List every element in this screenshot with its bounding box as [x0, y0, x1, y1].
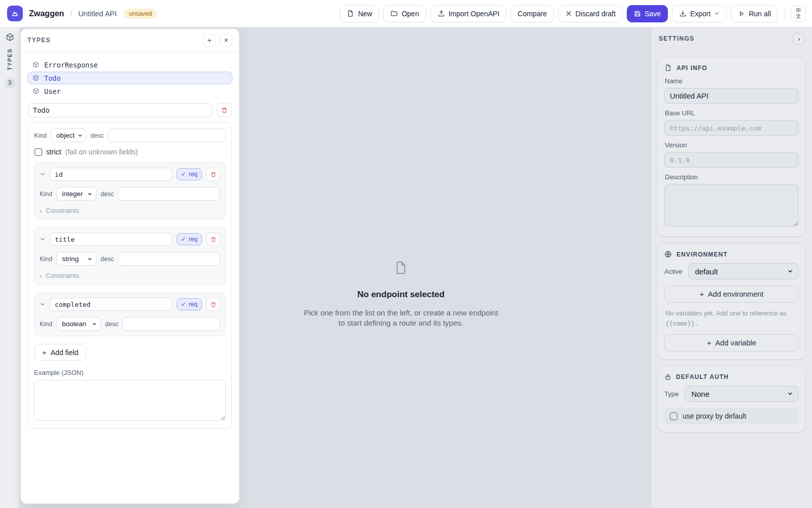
field-kind-select[interactable]: boolean	[56, 317, 101, 331]
open-button-label: Open	[401, 10, 419, 18]
use-proxy-checkbox[interactable]	[670, 412, 678, 420]
default-auth-title-label: DEFAULT AUTH	[676, 373, 729, 380]
settings-panel: SETTINGS › API INFO Name Base URL Versio…	[651, 27, 812, 508]
save-button[interactable]: Save	[627, 5, 668, 22]
left-rail: TYPES 3	[0, 27, 19, 508]
empty-state-description: Pick one from the list on the left, or c…	[249, 308, 553, 328]
delete-field-button[interactable]	[206, 168, 220, 181]
field-kind-row: Kind string desc	[40, 252, 220, 266]
required-toggle[interactable]: ✓ req	[177, 298, 202, 310]
type-name-label: Todo	[44, 74, 61, 82]
export-button[interactable]: Export	[672, 5, 727, 22]
document-title: Untitled API	[78, 10, 117, 18]
topbar-actions: New Open Import OpenAPI Compare Discard …	[340, 5, 806, 22]
delete-field-button[interactable]	[206, 233, 220, 246]
active-environment-select[interactable]: default	[688, 263, 799, 279]
language-glyph-top: 中	[796, 8, 801, 14]
discard-button-label: Discard draft	[576, 10, 616, 18]
kind-label: Kind	[34, 132, 47, 139]
download-icon	[679, 10, 687, 17]
type-name-label: User	[44, 87, 61, 96]
collapse-chevron-icon[interactable]	[40, 171, 46, 177]
version-input[interactable]	[664, 152, 799, 168]
auth-type-select[interactable]: None	[685, 386, 799, 402]
active-env-row: Active default	[664, 263, 799, 279]
field-kind-select[interactable]: string	[56, 252, 96, 266]
desc-label: desc	[90, 132, 104, 139]
file-icon	[347, 10, 354, 17]
plus-icon: +	[207, 36, 211, 44]
types-panel: TYPES + ✕ ErrorResponse Todo User	[20, 28, 240, 504]
chevron-down-icon	[92, 322, 97, 327]
field-name-input[interactable]	[50, 168, 173, 181]
delete-type-button[interactable]	[217, 103, 232, 117]
add-type-button[interactable]: +	[203, 34, 216, 47]
type-kind-row: Kind object desc	[34, 129, 226, 142]
field-kind-row: Kind boolean desc	[40, 317, 220, 331]
field-desc-input[interactable]	[118, 252, 220, 266]
types-panel-title: TYPES	[27, 37, 51, 44]
type-desc-input[interactable]	[108, 129, 226, 142]
required-label: req	[189, 171, 197, 178]
active-label: Active	[664, 268, 682, 275]
base-url-input[interactable]	[664, 120, 799, 136]
kind-label: Kind	[40, 256, 52, 263]
required-label: req	[189, 301, 197, 308]
close-panel-button[interactable]: ✕	[220, 34, 232, 47]
empty-state: No endpoint selected Pick one from the l…	[249, 260, 553, 328]
compare-button-label: Compare	[518, 10, 547, 18]
collapse-chevron-icon[interactable]	[40, 301, 46, 307]
empty-state-title: No endpoint selected	[249, 290, 553, 300]
kind-label: Kind	[40, 321, 52, 328]
field-name-input[interactable]	[50, 233, 173, 246]
description-textarea[interactable]	[664, 184, 799, 227]
delete-field-button[interactable]	[206, 298, 220, 311]
chevron-down-icon	[787, 391, 793, 397]
upload-icon	[437, 10, 445, 17]
field-header: ✓ req	[40, 298, 220, 311]
trash-icon	[210, 236, 217, 243]
empty-desc-line2: to start defining a route and its types.	[249, 318, 553, 328]
default-auth-card-title: DEFAULT AUTH	[664, 373, 799, 380]
required-toggle[interactable]: ✓ req	[177, 168, 202, 180]
new-button-label: New	[358, 10, 372, 18]
globe-icon	[664, 250, 672, 258]
types-cube-icon[interactable]	[5, 33, 15, 42]
type-list-item-user[interactable]: User	[27, 85, 232, 98]
required-toggle[interactable]: ✓ req	[177, 233, 202, 245]
add-variable-button[interactable]: + Add variable	[664, 334, 799, 352]
add-field-button[interactable]: + Add field	[34, 344, 86, 361]
type-name-input[interactable]	[28, 103, 212, 117]
language-toggle-button[interactable]: 中 文	[791, 6, 806, 22]
import-openapi-button[interactable]: Import OpenAPI	[430, 5, 506, 22]
topbar: Zwaggen / Untitled API unsaved New Open …	[0, 0, 812, 27]
collapse-settings-button[interactable]: ›	[793, 33, 805, 45]
api-info-title-label: API INFO	[676, 65, 707, 72]
add-environment-button[interactable]: + Add environment	[664, 285, 799, 303]
variable-reference-code: {{name}}.	[665, 320, 698, 327]
field-desc-input[interactable]	[118, 187, 220, 201]
collapse-chevron-icon[interactable]	[40, 236, 46, 242]
kind-label: Kind	[40, 190, 52, 198]
type-list-item-todo[interactable]: Todo	[27, 72, 232, 84]
api-info-card-title: API INFO	[664, 64, 799, 72]
document-icon	[393, 260, 409, 275]
run-all-button[interactable]: Run all	[731, 5, 778, 22]
field-desc-input[interactable]	[122, 317, 220, 331]
strict-checkbox[interactable]	[35, 148, 42, 156]
example-json-textarea[interactable]	[34, 380, 226, 421]
type-list-item-errorresponse[interactable]: ErrorResponse	[27, 58, 232, 71]
description-label: Description	[665, 173, 799, 181]
rail-tab-types[interactable]: TYPES	[7, 48, 13, 71]
constraints-toggle[interactable]: › Constraints	[40, 272, 220, 279]
api-name-input[interactable]	[664, 88, 799, 104]
constraints-toggle[interactable]: › Constraints	[40, 207, 220, 214]
field-kind-select[interactable]: integer	[56, 187, 96, 201]
discard-draft-button[interactable]: Discard draft	[558, 5, 623, 22]
open-button[interactable]: Open	[383, 5, 426, 22]
type-kind-select[interactable]: object	[51, 129, 86, 142]
new-button[interactable]: New	[340, 5, 379, 22]
chevron-down-icon	[87, 257, 92, 262]
compare-button[interactable]: Compare	[511, 5, 554, 22]
field-name-input[interactable]	[50, 298, 173, 311]
